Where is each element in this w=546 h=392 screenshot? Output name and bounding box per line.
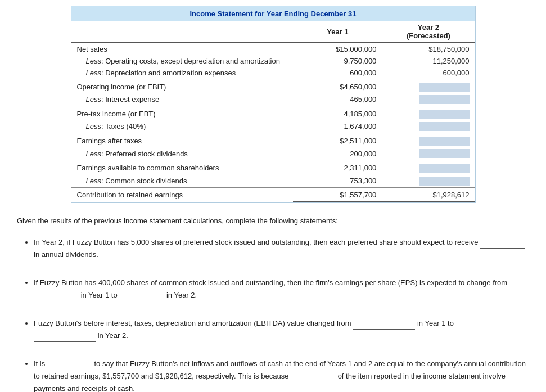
row-y2-5 (382, 106, 475, 120)
row-label-6: Less: Taxes (40%) (71, 120, 294, 133)
row-label-4: Less: Interest expense (71, 93, 294, 106)
row-y2-11: $1,928,612 (382, 187, 475, 201)
header-year2: Year 2 (Forecasted) (382, 21, 475, 43)
statements-list: In Year 2, if Fuzzy Button has 5,000 sha… (17, 236, 529, 393)
statement-item-1: In Year 2, if Fuzzy Button has 5,000 sha… (34, 236, 529, 261)
row-y1-2: 600,000 (293, 67, 382, 79)
statement-1-blank-1[interactable] (480, 241, 525, 249)
row-y1-1: 9,750,000 (293, 55, 382, 67)
row-y1-10: 753,300 (293, 174, 382, 187)
statement-item-2: If Fuzzy Button has 400,000 shares of co… (34, 277, 529, 301)
row-y2-3 (382, 79, 475, 93)
row-y2-10 (382, 174, 475, 187)
row-y1-0: $15,000,000 (293, 43, 382, 55)
row-y1-11: $1,557,700 (293, 187, 382, 201)
statement-4-blank-2[interactable] (291, 375, 336, 382)
statement-2-blank-1[interactable] (34, 294, 79, 301)
statement-item-4: It is to say that Fuzzy Button's net inf… (34, 358, 529, 392)
header-label-col (71, 21, 294, 43)
row-y2-1: 11,250,000 (382, 55, 475, 67)
row-label-10: Less: Common stock dividends (71, 174, 294, 187)
statement-1-text-after2: in annual dividends. (34, 250, 98, 259)
row-label-11: Contribution to retained earnings (71, 187, 294, 201)
row-label-3: Operating income (or EBIT) (71, 79, 294, 93)
statement-2-text-before: If Fuzzy Button has 400,000 shares of co… (34, 278, 507, 287)
statement-2-blank-2[interactable] (119, 294, 164, 301)
row-y2-8 (382, 147, 475, 160)
row-y1-8: 200,000 (293, 147, 382, 160)
income-table-title: Income Statement for Year Ending Decembe… (71, 6, 475, 21)
statement-3-blank-2[interactable] (34, 334, 96, 342)
row-y2-0: $18,750,000 (382, 43, 475, 55)
row-label-8: Less: Preferred stock dividends (71, 147, 294, 160)
income-table-wrapper: Income Statement for Year Ending Decembe… (71, 6, 476, 203)
statement-item-3: Fuzzy Button's before interest, taxes, d… (34, 317, 529, 342)
row-label-1: Less: Operating costs, except depreciati… (71, 55, 294, 67)
income-table: Year 1 Year 2 (Forecasted) Net sales$15,… (71, 21, 475, 202)
row-y2-6 (382, 120, 475, 133)
row-label-5: Pre-tax income (or EBT) (71, 106, 294, 120)
header-year1: Year 1 (293, 21, 382, 43)
row-y1-3: $4,650,000 (293, 79, 382, 93)
row-label-0: Net sales (71, 43, 294, 55)
row-y2-4 (382, 93, 475, 106)
statements-section: Given the results of the previous income… (11, 217, 535, 393)
row-y1-9: 2,311,000 (293, 160, 382, 174)
row-y2-9 (382, 160, 475, 174)
statement-1-text-before: In Year 2, if Fuzzy Button has 5,000 sha… (34, 238, 479, 246)
row-y2-7 (382, 133, 475, 147)
row-y1-4: 465,000 (293, 93, 382, 106)
row-label-9: Earnings available to common shareholder… (71, 160, 294, 174)
row-label-7: Earnings after taxes (71, 133, 294, 147)
statement-3-text-before: Fuzzy Button's before interest, taxes, d… (34, 319, 351, 327)
statement-4-blank-1[interactable] (47, 362, 92, 370)
statement-4-text-before: It is (34, 359, 45, 368)
row-y1-5: 4,185,000 (293, 106, 382, 120)
row-y2-2: 600,000 (382, 67, 475, 79)
intro-text: Given the results of the previous income… (17, 217, 529, 225)
statement-3-blank-1[interactable] (353, 322, 415, 330)
row-label-2: Less: Depreciation and amortization expe… (71, 67, 294, 79)
row-y1-6: 1,674,000 (293, 120, 382, 133)
row-y1-7: $2,511,000 (293, 133, 382, 147)
